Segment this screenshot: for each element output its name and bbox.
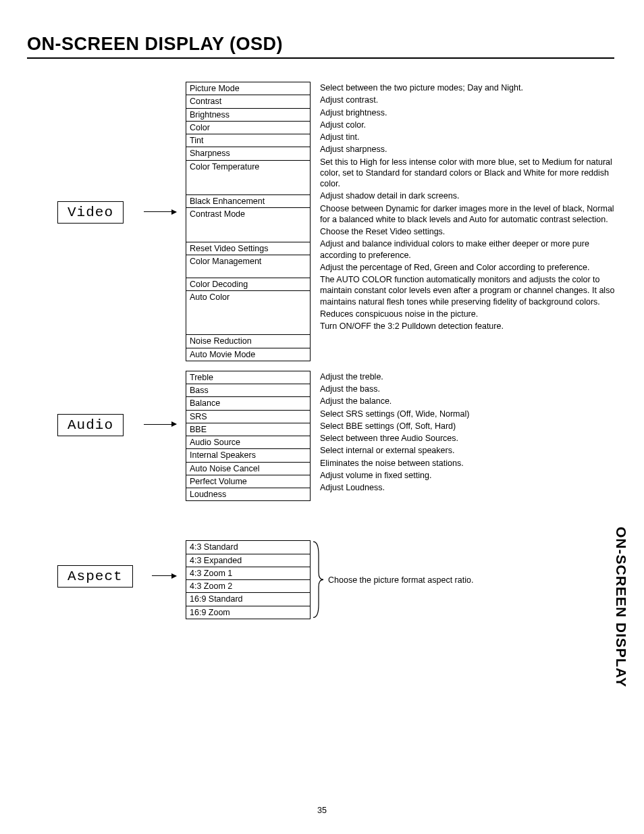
section-audio: Audio Treble Bass Balance SRS BBE Audio … bbox=[27, 371, 617, 502]
menu-desc: Set this to High for less intense color … bbox=[320, 156, 617, 190]
menu-item: Black Enhancement bbox=[186, 195, 310, 208]
menu-item: Brightness bbox=[186, 109, 310, 122]
audio-category-box: Audio bbox=[57, 414, 124, 436]
menu-desc: Adjust shadow detail in dark screens. bbox=[320, 190, 617, 202]
menu-item: Auto Color bbox=[186, 291, 310, 335]
menu-desc: Eliminates the noise between stations. bbox=[320, 457, 617, 469]
aspect-items-box: 4:3 Standard 4:3 Expanded 4:3 Zoom 1 4:3… bbox=[186, 540, 311, 619]
menu-desc: Adjust the treble. bbox=[320, 371, 617, 383]
menu-item: 4:3 Expanded bbox=[186, 554, 310, 567]
menu-item: Balance bbox=[186, 397, 310, 410]
section-aspect: Aspect 4:3 Standard 4:3 Expanded 4:3 Zoo… bbox=[27, 540, 617, 619]
menu-item: Color Decoding bbox=[186, 278, 310, 291]
menu-desc: Adjust brightness. bbox=[320, 107, 617, 119]
video-items-box: Picture Mode Contrast Brightness Color T… bbox=[186, 82, 311, 361]
menu-item: Tint bbox=[186, 134, 310, 147]
menu-item: BBE bbox=[186, 423, 310, 436]
menu-desc: Adjust color. bbox=[320, 119, 617, 131]
section-video: Video Picture Mode Contrast Brightness C… bbox=[27, 82, 617, 361]
aspect-desc: Choose the picture format aspect ratio. bbox=[328, 575, 473, 585]
audio-desc-col: Adjust the treble. Adjust the bass. Adju… bbox=[320, 371, 617, 494]
arrow-icon bbox=[152, 575, 176, 576]
arrow-icon bbox=[144, 211, 176, 212]
menu-item: 16:9 Standard bbox=[186, 593, 310, 606]
menu-desc: Choose the Reset Video settings. bbox=[320, 226, 617, 238]
menu-item: Treble bbox=[186, 371, 310, 384]
menu-desc: Adjust Loudness. bbox=[320, 481, 617, 494]
page-title: ON-SCREEN DISPLAY (OSD) bbox=[27, 34, 614, 59]
menu-desc: Select BBE settings (Off, Soft, Hard) bbox=[320, 420, 617, 432]
menu-item: SRS bbox=[186, 411, 310, 423]
brace-icon bbox=[312, 540, 324, 619]
menu-item: Color Management bbox=[186, 255, 310, 278]
arrow-icon bbox=[144, 424, 176, 425]
video-category-box: Video bbox=[57, 201, 124, 224]
menu-item: Auto Movie Mode bbox=[186, 348, 310, 361]
menu-item: Picture Mode bbox=[186, 82, 310, 95]
menu-desc: Select between three Audio Sources. bbox=[320, 432, 617, 444]
menu-desc: Turn ON/OFF the 3:2 Pulldown detection f… bbox=[320, 320, 617, 332]
side-tab-label: ON-SCREEN DISPLAY bbox=[613, 527, 629, 687]
menu-item: Auto Noise Cancel bbox=[186, 463, 310, 475]
menu-desc: Adjust the balance. bbox=[320, 395, 617, 407]
menu-desc: Adjust contrast. bbox=[320, 94, 617, 106]
menu-item: Bass bbox=[186, 384, 310, 397]
menu-item: 4:3 Zoom 2 bbox=[186, 580, 310, 593]
menu-desc: Reduces conspicuous noise in the picture… bbox=[320, 308, 617, 320]
menu-desc: The AUTO COLOR function automatically mo… bbox=[320, 273, 617, 308]
aspect-wrap: 4:3 Standard 4:3 Expanded 4:3 Zoom 1 4:3… bbox=[186, 540, 473, 619]
menu-item: Noise Reduction bbox=[186, 335, 310, 348]
menu-item: Contrast bbox=[186, 95, 310, 108]
aspect-category-box: Aspect bbox=[57, 565, 133, 588]
menu-desc: Choose between Dynamic for darker images… bbox=[320, 203, 617, 226]
menu-desc: Adjust tint. bbox=[320, 131, 617, 143]
menu-item: Reset Video Settings bbox=[186, 242, 310, 255]
menu-item: Audio Source bbox=[186, 436, 310, 449]
menu-item: Contrast Mode bbox=[186, 208, 310, 242]
menu-desc: Adjust the percentage of Red, Green and … bbox=[320, 261, 617, 273]
menu-item: 4:3 Zoom 1 bbox=[186, 567, 310, 580]
page: ON-SCREEN DISPLAY (OSD) Video Picture Mo… bbox=[0, 0, 644, 834]
menu-desc: Adjust sharpness. bbox=[320, 143, 617, 155]
menu-item: Color Temperature bbox=[186, 161, 310, 195]
menu-desc: Select SRS settings (Off, Wide, Normal) bbox=[320, 408, 617, 420]
menu-item: Perfect Volume bbox=[186, 475, 310, 488]
menu-desc: Select internal or external speakers. bbox=[320, 444, 617, 457]
menu-item: Sharpness bbox=[186, 147, 310, 160]
menu-desc: Adjust the bass. bbox=[320, 383, 617, 395]
menu-item: Internal Speakers bbox=[186, 449, 310, 462]
menu-item: Loudness bbox=[186, 488, 310, 500]
video-desc-col: Select between the two picture modes; Da… bbox=[320, 82, 617, 332]
menu-item: Color bbox=[186, 122, 310, 134]
menu-desc: Adjust volume in fixed setting. bbox=[320, 469, 617, 481]
menu-item: 16:9 Zoom bbox=[186, 606, 310, 619]
menu-desc: Adjust and balance individual colors to … bbox=[320, 238, 617, 261]
page-number: 35 bbox=[0, 806, 644, 815]
menu-item: 4:3 Standard bbox=[186, 541, 310, 554]
menu-desc: Select between the two picture modes; Da… bbox=[320, 82, 617, 94]
audio-items-box: Treble Bass Balance SRS BBE Audio Source… bbox=[186, 371, 311, 502]
